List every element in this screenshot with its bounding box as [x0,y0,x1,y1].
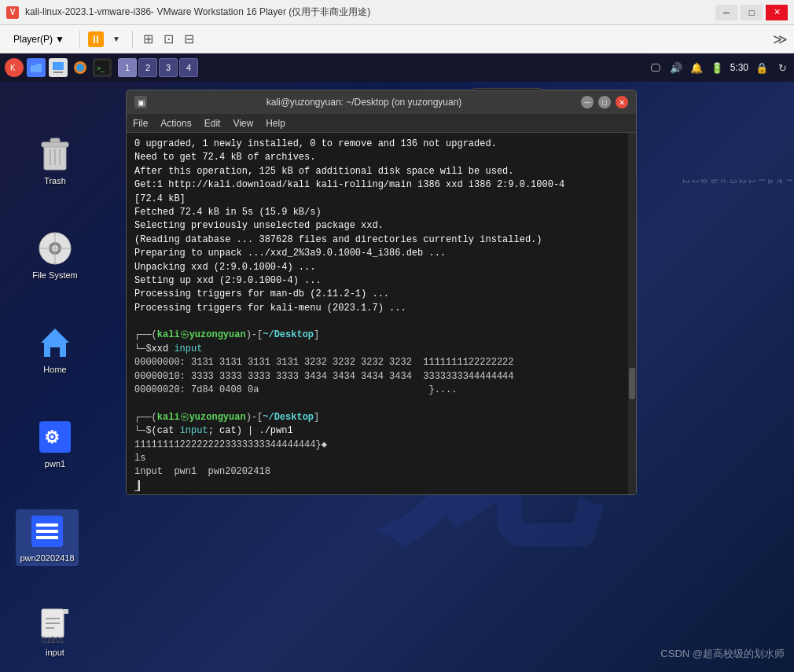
terminal-menu-help[interactable]: Help [266,118,285,129]
csdn-watermark: CSDN @超高校级的划水师 [660,647,785,661]
lock-icon[interactable]: 🔒 [755,61,769,75]
terminal-maximize-button[interactable]: □ [598,96,611,108]
svg-text:K: K [10,64,16,72]
svg-text:101: 101 [51,636,64,644]
browser-taskbar-icon[interactable] [49,58,68,77]
terminal-content[interactable]: 0 upgraded, 1 newly installed, 0 to remo… [127,133,636,494]
svg-text:>_: >_ [97,64,105,72]
pause-button[interactable]: ⏸ [88,31,104,47]
svg-marker-23 [41,329,69,357]
send-ctrl-alt-button[interactable]: ⊞ [141,31,156,47]
pwn1-desktop-icon[interactable]: ⚙ pwn1 [24,415,86,472]
vm-settings-button[interactable]: ⊡ [161,31,177,47]
kali-desktop: 龙 K >_ 1 2 3 4 🖵 🔊 🔔 🔋 5:30 [0,53,794,672]
files-taskbar-icon[interactable] [27,58,46,77]
svg-rect-6 [53,62,64,70]
pause-dropdown-icon[interactable]: ▼ [108,31,124,47]
terminal-title-text: kali@yuzongyuan: ~/Desktop (on yuzongyua… [153,97,575,108]
refresh-icon[interactable]: ↻ [775,61,789,75]
terminal-minimize-button[interactable]: ─ [581,96,594,108]
terminal-menu-view[interactable]: View [233,118,253,129]
terminal-prompt-1: ┌──(kali㉿yuzongyuan)-[~/Desktop] [134,329,628,342]
close-button[interactable]: ✕ [766,5,788,20]
svg-point-9 [76,64,84,72]
window-controls: ─ □ ✕ [715,5,788,20]
taskbar-right: 🖵 🔊 🔔 🔋 5:30 🔒 ↻ [649,61,789,75]
pipe-output: 11111111222222223333333344444444}◆ [134,439,628,452]
terminal-controls: ─ □ ✕ [581,96,628,108]
ls-command: ls [134,452,628,465]
kali-taskbar: K >_ 1 2 3 4 🖵 🔊 🔔 🔋 5:30 🔒 ↻ [0,53,794,82]
terminal-scrollbar-track[interactable] [628,133,636,494]
terminal-scrollbar-thumb[interactable] [629,368,635,399]
terminal-output-line-1: 0 upgraded, 1 newly installed, 0 to remo… [134,138,628,151]
hex-line-1: 00000000: 3131 3131 3131 3131 3232 3232 … [134,356,628,369]
vmware-icon: V [6,6,19,19]
input-desktop-icon[interactable]: 010 101 input [24,604,86,660]
workspace-tab-3[interactable]: 3 [159,58,178,77]
trash-desktop-icon[interactable]: Trash [24,132,86,189]
terminal-titlebar: ▣ kali@yuzongyuan: ~/Desktop (on yuzongy… [127,90,636,114]
filesystem-desktop-icon[interactable]: File System [24,226,86,283]
terminal-close-button[interactable]: ✕ [616,96,628,108]
terminal-output-line-13: Processing triggers for kali-menu (2023.… [134,302,628,315]
terminal-output-line-7: Selecting previously unselected package … [134,219,628,233]
notification-icon[interactable]: 🔔 [689,61,704,75]
terminal-menu-actions[interactable]: Actions [160,118,191,129]
minimize-button[interactable]: ─ [715,5,737,20]
terminal-output-line-9: Preparing to unpack .../xxd_2%3a9.0.1000… [134,247,628,260]
player-label: Player(P) [13,34,53,45]
terminal-taskbar-icon[interactable]: >_ [93,58,112,77]
terminal-cmd-1: xxd input [152,343,203,356]
pwn20202418-desktop-icon[interactable]: pwn20202418 [16,509,79,566]
home-label: Home [43,365,66,374]
trash-label: Trash [44,176,66,185]
svg-rect-29 [36,536,58,539]
home-desktop-icon[interactable]: Home [24,321,86,377]
battery-icon[interactable]: 🔋 [710,61,724,75]
terminal-output-line-11: Setting up xxd (2:9.0.1000-4) ... [134,274,628,288]
input-label: input [46,648,64,657]
fullscreen-button[interactable]: ⊟ [182,31,197,47]
workspace-tab-1[interactable]: 1 [118,58,137,77]
svg-rect-32 [64,609,68,614]
volume-icon[interactable]: 🔊 [669,61,683,75]
home-icon-image [36,324,74,362]
terminal-output-line-12: Processing triggers for man-db (2.11.2-1… [134,288,628,301]
terminal-window: ▣ kali@yuzongyuan: ~/Desktop (on yuzongy… [126,90,637,495]
kali-menu-icon[interactable]: K [5,58,24,77]
pwn1-icon-image: ⚙ [36,418,74,456]
hex-line-3: 00000020: 7d84 0408 0a }.... [134,384,628,397]
terminal-output-line-4: Get:1 http://kali.download/kali kali-rol… [134,178,628,192]
clock: 5:30 [730,62,748,73]
filesystem-label: File System [32,270,77,280]
toolbar-separator-2 [132,31,133,48]
terminal-prompt-2-cmd: └─$ (cat input; cat) | ./pwn1 [134,424,628,438]
vmware-title: kali-linux-2023.1-vmware-i386- VMware Wo… [25,6,709,19]
terminal-menu-edit[interactable]: Edit [204,118,221,129]
pwn1-label: pwn1 [45,459,65,468]
terminal-cursor: ▋ [134,479,628,493]
display-icon[interactable]: 🖵 [649,61,663,75]
svg-rect-13 [42,142,68,147]
firefox-taskbar-icon[interactable] [71,58,90,77]
workspace-tab-2[interactable]: 2 [138,58,157,77]
pwn20202418-label: pwn20202418 [20,553,74,563]
workspace-tab-4[interactable]: 4 [179,58,198,77]
terminal-menu-file[interactable]: File [133,118,148,129]
restore-button[interactable]: □ [741,5,763,20]
terminal-output-line-10: Unpacking xxd (2:9.0.1000-4) ... [134,261,628,274]
input-icon-image: 010 101 [36,607,74,644]
right-edge-decoration: real123cbp12 [781,179,794,184]
vmware-toolbar: Player(P) ▼ ⏸ ▼ ⊞ ⊡ ⊟ ≫ [0,25,794,53]
svg-rect-14 [50,138,60,142]
player-menu-button[interactable]: Player(P) ▼ [6,31,72,47]
pwn20202418-icon-image [28,512,66,550]
toolbar-separator-1 [79,31,80,48]
vmware-titlebar: V kali-linux-2023.1-vmware-i386- VMware … [0,0,794,25]
terminal-prompt-2: ┌──(kali㉿yuzongyuan)-[~/Desktop] [134,411,628,424]
terminal-prompt-1-cmd: └─$ xxd input [134,343,628,356]
svg-rect-4 [31,62,36,65]
filesystem-icon-image [36,230,74,267]
help-icon[interactable]: ≫ [772,31,788,47]
